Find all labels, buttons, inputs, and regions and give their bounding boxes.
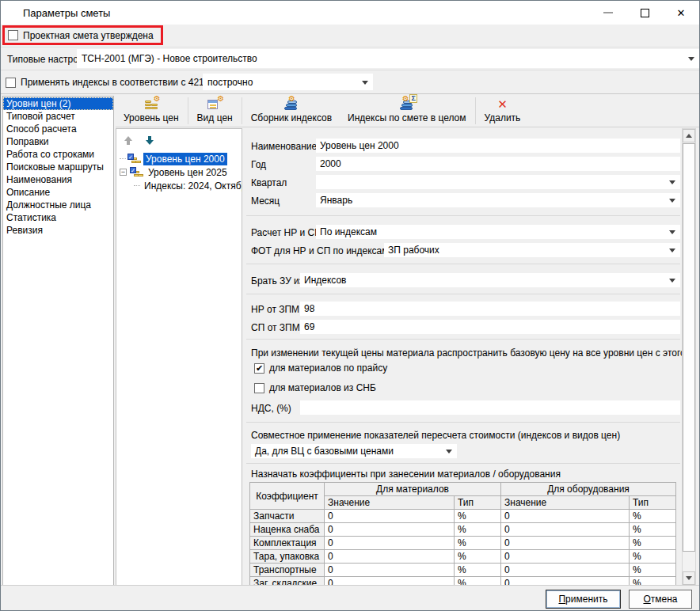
joint-application-combo[interactable]: Да, для ВЦ с базовыми ценами	[251, 444, 457, 458]
maximize-button[interactable]	[626, 1, 663, 25]
chevron-down-icon	[669, 279, 675, 283]
table-row: Тара, упаковка 0 % 0 %	[250, 550, 676, 564]
name-input[interactable]: Уровень цен 2000	[316, 139, 680, 153]
index-collection-button[interactable]: ⚙ Сборник индексов	[243, 95, 340, 127]
gear-icon: ⚙	[402, 95, 409, 103]
sidebar-item-tipovoy-raschet[interactable]: Типовой расчет	[3, 110, 113, 123]
value-cell[interactable]: 0	[501, 510, 630, 523]
collapse-icon[interactable]: −	[120, 169, 127, 176]
approved-checkbox-group[interactable]: Проектная смета утверждена	[8, 30, 154, 41]
chevron-down-icon	[446, 450, 452, 454]
delete-icon: ✕	[493, 97, 511, 112]
indices-421-checkbox[interactable]	[6, 78, 16, 88]
value-cell[interactable]: 0	[325, 564, 455, 577]
sidebar-item-rabota-so-strokami[interactable]: Работа со строками	[3, 148, 113, 161]
col-type-equipment: Тип	[630, 496, 676, 510]
value-cell[interactable]: 0	[501, 550, 630, 564]
materials-snb-checkbox-group[interactable]: для материалов из СНБ	[254, 382, 376, 393]
minimize-button[interactable]	[590, 1, 626, 25]
type-cell[interactable]: %	[630, 510, 676, 523]
cancel-button[interactable]: Отмена	[629, 590, 692, 609]
table-row: Транспортные 0 % 0 %	[250, 564, 676, 577]
type-cell[interactable]: %	[455, 537, 501, 550]
delete-button[interactable]: ✕ Удалить	[477, 95, 529, 127]
sidebar-item-sposob-rascheta[interactable]: Способ расчета	[3, 123, 113, 135]
typical-settings-row: Типовые настройки: ТСН-2001 (МГЭ) - Ново…	[1, 47, 699, 70]
sidebar-item-naimenovaniya[interactable]: Наименования	[3, 173, 113, 186]
sigma-icon: Σ	[409, 94, 417, 103]
tree-item-level-2000[interactable]: Уровень цен 2000	[143, 153, 227, 165]
separator	[246, 463, 680, 464]
gear-icon: ⚙	[217, 95, 224, 103]
footer-bar: Применить Отмена	[1, 585, 699, 610]
type-cell[interactable]: %	[630, 537, 676, 550]
price-kind-button[interactable]: ⚙ Вид цен	[189, 95, 241, 127]
chevron-down-icon	[669, 230, 675, 234]
chevron-down-icon	[669, 249, 675, 252]
fot-combo[interactable]: ЗП рабочих	[384, 243, 680, 257]
sidebar-item-opisanie[interactable]: Описание	[3, 186, 113, 199]
nr-zpm-input[interactable]: 98	[300, 302, 680, 316]
approved-checkbox[interactable]	[8, 30, 18, 40]
scroll-up-button[interactable]	[683, 129, 695, 142]
indices-whole-estimate-button[interactable]: ⚙ Σ Индексы по смете в целом	[340, 95, 474, 127]
indices-421-mode-combo[interactable]: построчно	[203, 74, 373, 90]
nr-sp-combo[interactable]: По индексам	[316, 225, 680, 239]
toolbar-separator	[188, 97, 188, 124]
sidebar-item-popravki[interactable]: Поправки	[3, 135, 113, 148]
coeff-table-title: Назначать коэффициенты при занесении мат…	[251, 469, 561, 480]
move-down-button[interactable]	[143, 133, 156, 147]
value-cell[interactable]: 0	[501, 523, 630, 537]
vat-input[interactable]	[300, 400, 680, 415]
tree-row[interactable]: − ✓ Уровень цен 2025	[120, 165, 230, 179]
value-cell[interactable]: 0	[501, 564, 630, 577]
scroll-down-button[interactable]	[683, 571, 695, 585]
toolbar: ⚙ Уровень цен ⚙ Вид цен ⚙ Сборник индекс…	[116, 95, 699, 127]
type-cell[interactable]: %	[630, 564, 676, 577]
sidebar-item-reviziya[interactable]: Ревизия	[3, 224, 113, 237]
joint-application-label: Совместное применение показателей пересч…	[251, 430, 620, 441]
type-cell[interactable]: %	[455, 550, 501, 564]
sidebar-item-poiskovye-marshruty[interactable]: Поисковые маршруты	[3, 161, 113, 173]
tree-row[interactable]: Индексы: 2024, Октябр	[134, 179, 242, 192]
value-cell[interactable]: 0	[325, 550, 455, 564]
price-level-icon: ⚙	[143, 97, 160, 112]
price-kind-icon: ⚙	[206, 97, 223, 112]
close-button[interactable]: ✕	[663, 1, 699, 25]
price-level-button[interactable]: ⚙ Уровень цен	[116, 95, 187, 127]
type-cell[interactable]: %	[630, 550, 676, 564]
approved-label: Проектная смета утверждена	[23, 30, 154, 41]
form-scrollbar[interactable]	[682, 128, 696, 586]
month-combo[interactable]: Январь	[316, 193, 680, 207]
value-cell[interactable]: 0	[501, 537, 630, 550]
fot-label: ФОТ для НР и СП по индексам	[251, 245, 388, 256]
zu-combo[interactable]: Индексов	[300, 273, 680, 287]
typical-settings-combo[interactable]: ТСН-2001 (МГЭ) - Новое строительство	[77, 49, 699, 68]
value-cell[interactable]: 0	[325, 537, 455, 550]
sidebar-item-urovni-cen[interactable]: Уровни цен (2)	[3, 97, 113, 110]
materials-snb-checkbox[interactable]	[254, 383, 264, 393]
type-cell[interactable]: %	[455, 564, 501, 577]
apply-button[interactable]: Применить	[546, 590, 621, 609]
value-cell[interactable]: 0	[325, 510, 455, 523]
col-value-equipment: Значение	[501, 496, 630, 510]
sidebar-item-statistika[interactable]: Статистика	[3, 211, 113, 224]
quarter-combo[interactable]	[316, 175, 680, 189]
sidebar-item-dolzhnostnye-lica[interactable]: Должностные лица	[3, 199, 113, 211]
type-cell[interactable]: %	[455, 523, 501, 537]
scrollbar-thumb[interactable]	[683, 143, 695, 552]
move-up-button[interactable]	[121, 133, 135, 147]
tree-row[interactable]: ✓ Уровень цен 2000	[120, 152, 227, 165]
value-cell[interactable]: 0	[325, 523, 455, 537]
gear-icon: ⚙	[154, 95, 161, 103]
type-cell[interactable]: %	[455, 510, 501, 523]
indices-421-checkbox-group[interactable]: Применять индексы в соответствии с 421пр	[6, 77, 215, 88]
materials-price-checkbox-group[interactable]: ✔ для материалов по прайсу	[254, 362, 387, 374]
tree-item-indices-2024[interactable]: Индексы: 2024, Октябр	[142, 180, 242, 192]
materials-price-checkbox[interactable]: ✔	[254, 363, 264, 374]
tree-item-level-2025[interactable]: Уровень цен 2025	[146, 166, 230, 179]
year-input[interactable]: 2000	[316, 157, 680, 171]
type-cell[interactable]: %	[630, 523, 676, 537]
toolbar-separator	[242, 97, 242, 124]
sp-zpm-input[interactable]: 69	[300, 320, 680, 334]
